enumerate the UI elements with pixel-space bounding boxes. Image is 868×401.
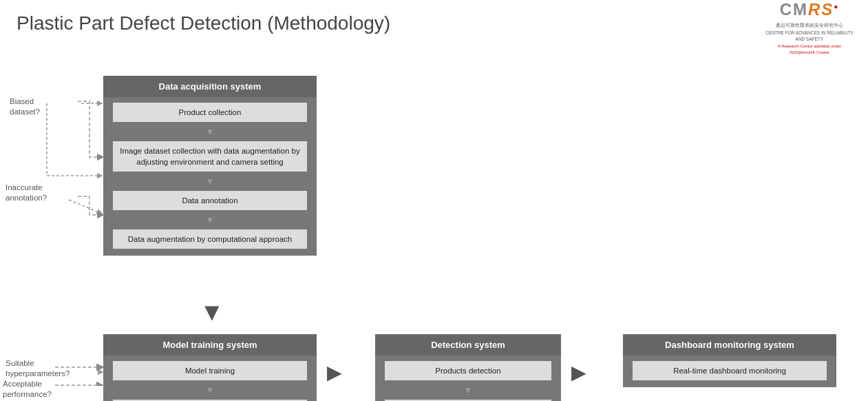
ds-box-0: Products detection — [385, 361, 551, 380]
logo-subtitle2: CENTRE FOR ADVANCES IN RELIABILITY AND S… — [765, 30, 854, 42]
das-box-3: Data augmentation by computational appro… — [113, 229, 307, 249]
feedback-biased: Biaseddataset? — [10, 96, 40, 117]
ds-body: Products detection ▼ Recording relevant … — [375, 356, 561, 401]
logo-rs: RS — [808, 0, 834, 19]
feedback-acceptable: Acceptableperformance? — [3, 379, 52, 400]
das-box-2: Data annotation — [113, 191, 307, 210]
logo-subtitle1: 產品可靠性暨系統安全研究中心 — [776, 22, 843, 28]
das-body: Product collection ▼ Image dataset colle… — [103, 97, 317, 256]
das-box-0: Product collection — [113, 103, 307, 122]
mts-to-ds-arrow: ► — [322, 358, 347, 387]
block-dms: Dashboard monitoring system Real-time da… — [623, 334, 836, 387]
svg-line-3 — [69, 200, 102, 214]
dms-header: Dashboard monitoring system — [623, 334, 836, 356]
das-arrow-2: ▼ — [113, 215, 307, 225]
das-arrow-0: ▼ — [113, 127, 307, 136]
feedback-inaccurate: Inaccurateannotation? — [6, 183, 47, 203]
logo-c: C — [780, 0, 793, 19]
ds-header: Detection system — [375, 334, 561, 356]
mts-header: Model training system — [103, 334, 317, 356]
feedback-suitable: Suitablehyperparameters? — [6, 358, 70, 379]
mts-arrow-0: ▼ — [113, 385, 307, 395]
diagram-area: Data acquisition system Product collecti… — [0, 62, 868, 386]
das-box-1: Image dataset collection with data augme… — [113, 141, 307, 172]
das-to-mts-arrow: ▼ — [200, 300, 224, 325]
ds-arrow-0: ▼ — [385, 385, 551, 395]
logo: CMRS● 產品可靠性暨系統安全研究中心 CENTRE FOR ADVANCES… — [765, 7, 854, 48]
mts-body: Model training ▼ Model evaluation — [103, 356, 317, 401]
das-header: Data acquisition system — [103, 76, 317, 97]
das-arrow-1: ▼ — [113, 176, 307, 186]
page-title: Plastic Part Defect Detection (Methodolo… — [0, 0, 868, 34]
ds-to-dms-arrow: ► — [567, 358, 591, 387]
dms-body: Real-time dashboard monitoring — [623, 356, 836, 387]
mts-box-0: Model training — [113, 361, 307, 380]
logo-m: M — [793, 0, 808, 19]
block-das: Data acquisition system Product collecti… — [103, 76, 317, 256]
logo-subtitle3: A Research Centre admitted under AItS@In… — [765, 43, 854, 55]
block-ds: Detection system Products detection ▼ Re… — [375, 334, 561, 401]
dms-box-0: Real-time dashboard monitoring — [633, 361, 827, 380]
logo-dot: ● — [834, 3, 839, 10]
block-mts: Model training system Model training ▼ M… — [103, 334, 317, 401]
